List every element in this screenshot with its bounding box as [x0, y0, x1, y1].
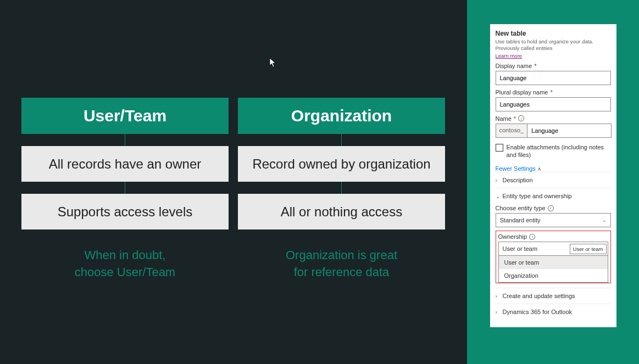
name-input[interactable] [527, 124, 612, 138]
new-table-panel: New table Use tables to hold and organiz… [490, 24, 616, 327]
hint-line: choose User/Team [75, 265, 175, 279]
section-dynamics-outlook[interactable]: › Dynamics 365 for Outlook [496, 304, 611, 320]
panel-title: New table [496, 30, 611, 37]
hint-user-team: When in doubt, choose User/Team [21, 247, 229, 281]
ownership-highlight: Ownership i User or team ⌄ User or team … [496, 231, 611, 283]
column-organization: Organization Record owned by organizatio… [238, 98, 445, 281]
ownership-option-organization[interactable]: Organization [499, 269, 608, 282]
ownership-label: Ownership i [498, 233, 608, 240]
section-description[interactable]: › Description [496, 172, 611, 188]
connector [341, 182, 342, 194]
connector [341, 134, 342, 146]
name-prefix: contoso_ [496, 124, 527, 138]
chevron-down-icon: ⌄ [602, 217, 607, 223]
mouse-cursor [269, 58, 277, 70]
required-asterisk: * [514, 115, 516, 122]
entity-type-select[interactable]: Standard entity ⌄ [496, 213, 611, 227]
chevron-right-icon: › [496, 293, 500, 299]
attachments-checkbox[interactable] [496, 144, 503, 152]
choose-entity-type-label: Choose entity type i [496, 205, 611, 211]
hint-line: for reference data [294, 265, 390, 279]
ownership-dropdown: User or team User or team Organization [498, 256, 608, 283]
slide-content: User/Team All records have an owner Supp… [0, 0, 467, 364]
name-label: Name * i [496, 115, 611, 122]
chevron-right-icon: › [496, 177, 500, 183]
plural-name-label: Plural display name * [496, 89, 611, 96]
box-all-or-nothing: All or nothing access [238, 194, 445, 229]
learn-more-link[interactable]: Learn more [496, 53, 523, 59]
chevron-down-icon: ⌄ [496, 193, 500, 199]
info-icon[interactable]: i [518, 115, 524, 121]
connector [125, 182, 125, 194]
entity-type-body: Choose entity type i Standard entity ⌄ O… [496, 204, 611, 288]
hint-line: When in doubt, [85, 248, 166, 262]
box-access-levels: Supports access levels [21, 194, 229, 229]
panel-background: New table Use tables to hold and organiz… [467, 0, 639, 364]
plural-name-input[interactable] [496, 97, 611, 111]
box-org-owned: Record owned by organization [238, 146, 445, 182]
required-asterisk: * [534, 63, 536, 69]
chevron-up-icon: ∧ [537, 166, 542, 172]
box-owner: All records have an owner [21, 146, 229, 182]
required-asterisk: * [551, 89, 553, 96]
display-name-input[interactable] [496, 71, 611, 85]
chevron-right-icon: › [496, 309, 500, 315]
section-entity-type[interactable]: ⌄ Entity type and ownership [496, 188, 611, 204]
ownership-tooltip: User or team [570, 244, 607, 254]
header-organization: Organization [238, 98, 445, 134]
panel-description: Use tables to hold and organize your dat… [496, 38, 611, 52]
fewer-settings-toggle[interactable]: Fewer Settings ∧ [496, 165, 611, 172]
info-icon[interactable]: i [529, 234, 535, 240]
hint-line: Organization is great [286, 248, 397, 262]
ownership-option-user-team[interactable]: User or team [499, 256, 608, 269]
attachments-label: Enable attachments (including notes and … [507, 143, 611, 159]
info-icon[interactable]: i [548, 205, 554, 211]
column-user-team: User/Team All records have an owner Supp… [21, 98, 229, 281]
display-name-label: Display name * [496, 63, 611, 69]
connector [125, 134, 125, 146]
header-user-team: User/Team [21, 98, 229, 134]
hint-organization: Organization is great for reference data [238, 247, 445, 281]
section-create-update[interactable]: › Create and update settings [496, 288, 611, 304]
